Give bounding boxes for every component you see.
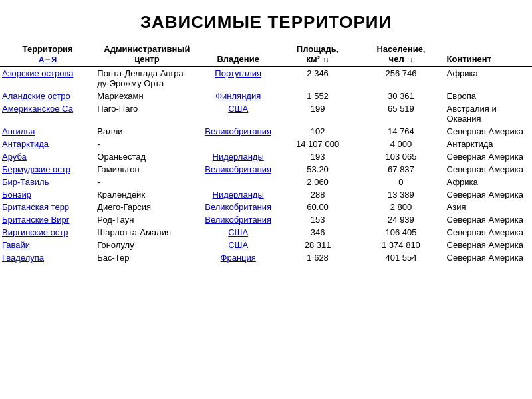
territory-link[interactable]: Азорские острова: [2, 68, 73, 78]
cell-area: 193: [278, 150, 357, 163]
territory-link[interactable]: Бермудские остр: [2, 164, 70, 174]
cell-territory[interactable]: Ангилья: [0, 125, 95, 138]
cell-continent: Азия: [445, 201, 532, 213]
table-row: Британские ВиргРод-ТаунВеликобритания153…: [0, 213, 532, 226]
cell-admin: -: [95, 138, 198, 150]
cell-territory[interactable]: Аландские остро: [0, 90, 95, 102]
territory-link[interactable]: Ангилья: [2, 126, 35, 136]
territory-link[interactable]: Бонэйр: [2, 190, 31, 200]
cell-area: 199: [278, 102, 357, 125]
territory-link[interactable]: Аруба: [2, 152, 27, 162]
cell-territory[interactable]: Виргинские остр: [0, 226, 95, 239]
territory-link[interactable]: Антарктида: [2, 139, 49, 149]
cell-ownership[interactable]: Великобритания: [199, 125, 278, 138]
cell-population: 24 939: [357, 213, 444, 226]
ownership-link[interactable]: США: [228, 227, 248, 237]
cell-ownership[interactable]: Нидерланды: [199, 188, 278, 201]
table-row: ГавайиГонолулуСША28 3111 374 810Северная…: [0, 239, 532, 251]
cell-continent: Австралия и Океания: [445, 102, 532, 125]
table-row: АнгильяВаллиВеликобритания10214 764Север…: [0, 125, 532, 138]
cell-territory[interactable]: Британские Вирг: [0, 213, 95, 226]
cell-admin: Диего-Гарсия: [95, 201, 198, 213]
cell-population: 65 519: [357, 102, 444, 125]
territory-link[interactable]: Аландские остро: [2, 91, 70, 101]
cell-population: 14 764: [357, 125, 444, 138]
territory-link[interactable]: Британские Вирг: [2, 215, 69, 225]
cell-ownership[interactable]: [199, 176, 278, 188]
cell-territory[interactable]: Гавайи: [0, 239, 95, 251]
territory-link[interactable]: Гавайи: [2, 240, 30, 250]
cell-ownership[interactable]: Великобритания: [199, 201, 278, 213]
ownership-link[interactable]: Великобритания: [205, 215, 271, 225]
ownership-link[interactable]: Франция: [221, 253, 256, 263]
cell-ownership[interactable]: Португалия: [199, 67, 278, 90]
territory-link[interactable]: Американское Са: [2, 104, 73, 114]
table-row: Виргинские острШарлотта-АмалияСША346106 …: [0, 226, 532, 239]
sort-pop-icon[interactable]: ↑↓: [406, 56, 413, 63]
cell-population: 4 000: [357, 138, 444, 150]
ownership-link[interactable]: Португалия: [215, 68, 261, 78]
territory-link[interactable]: Британская терр: [2, 202, 69, 212]
cell-continent: Северная Америка: [445, 188, 532, 201]
territory-link[interactable]: Гваделупа: [2, 253, 44, 263]
cell-territory[interactable]: Британская терр: [0, 201, 95, 213]
cell-ownership[interactable]: Великобритания: [199, 213, 278, 226]
ownership-link[interactable]: Великобритания: [205, 164, 271, 174]
cell-ownership[interactable]: Финляндия: [199, 90, 278, 102]
cell-territory[interactable]: Гваделупа: [0, 251, 95, 264]
ownership-link[interactable]: Нидерланды: [213, 190, 264, 200]
cell-ownership[interactable]: США: [199, 102, 278, 125]
cell-ownership[interactable]: Нидерланды: [199, 150, 278, 163]
cell-territory[interactable]: Антарктида: [0, 138, 95, 150]
cell-continent: Северная Америка: [445, 163, 532, 176]
sort-territory-link[interactable]: А→Я: [39, 55, 57, 63]
col-header-area: Площадь, км² ↑↓: [278, 41, 357, 67]
ownership-link[interactable]: Великобритания: [205, 126, 271, 136]
col-header-continent: Континент: [445, 41, 532, 67]
page-title: ЗАВИСИМЫЕ ТЕРРИТОРИИ: [0, 0, 532, 41]
cell-territory[interactable]: Аруба: [0, 150, 95, 163]
territory-link[interactable]: Виргинские остр: [2, 227, 68, 237]
cell-territory[interactable]: Бонэйр: [0, 188, 95, 201]
cell-ownership[interactable]: [199, 138, 278, 150]
table-row: Американское СаПаго-ПагоСША19965 519Авст…: [0, 102, 532, 125]
cell-territory[interactable]: Бир-Тавиль: [0, 176, 95, 188]
ownership-link[interactable]: Нидерланды: [213, 152, 264, 162]
ownership-link[interactable]: США: [228, 240, 248, 250]
cell-area: 2 346: [278, 67, 357, 90]
ownership-link[interactable]: США: [228, 104, 248, 114]
cell-population: 30 361: [357, 90, 444, 102]
ownership-link[interactable]: Великобритания: [205, 202, 271, 212]
cell-ownership[interactable]: Великобритания: [199, 163, 278, 176]
cell-admin: Ораньестад: [95, 150, 198, 163]
cell-area: 346: [278, 226, 357, 239]
cell-population: 13 389: [357, 188, 444, 201]
cell-territory[interactable]: Азорские острова: [0, 67, 95, 90]
table-row: Антарктида-14 107 0004 000Антарктида: [0, 138, 532, 150]
cell-area: 2 060: [278, 176, 357, 188]
table-row: Британская террДиего-ГарсияВеликобритани…: [0, 201, 532, 213]
cell-admin: -: [95, 176, 198, 188]
cell-territory[interactable]: Американское Са: [0, 102, 95, 125]
table-row: Аландские остроМариехамнФинляндия1 55230…: [0, 90, 532, 102]
sort-area-icon[interactable]: ↑↓: [323, 56, 329, 63]
cell-admin: Шарлотта-Амалия: [95, 226, 198, 239]
cell-ownership[interactable]: Франция: [199, 251, 278, 264]
cell-admin: Кралендейк: [95, 188, 198, 201]
table-row: Бир-Тавиль-2 0600Африка: [0, 176, 532, 188]
cell-area: 14 107 000: [278, 138, 357, 150]
cell-population: 401 554: [357, 251, 444, 264]
territory-link[interactable]: Бир-Тавиль: [2, 177, 49, 187]
cell-area: 28 311: [278, 239, 357, 251]
cell-admin: Гамильтон: [95, 163, 198, 176]
col-header-ownership: Владение: [199, 41, 278, 67]
table-row: Бермудские острГамильтонВеликобритания53…: [0, 163, 532, 176]
cell-territory[interactable]: Бермудские остр: [0, 163, 95, 176]
cell-continent: Северная Америка: [445, 125, 532, 138]
cell-population: 103 065: [357, 150, 444, 163]
cell-continent: Африка: [445, 176, 532, 188]
table-row: АрубаОраньестадНидерланды193103 065Север…: [0, 150, 532, 163]
cell-ownership[interactable]: США: [199, 226, 278, 239]
ownership-link[interactable]: Финляндия: [215, 91, 261, 101]
cell-ownership[interactable]: США: [199, 239, 278, 251]
